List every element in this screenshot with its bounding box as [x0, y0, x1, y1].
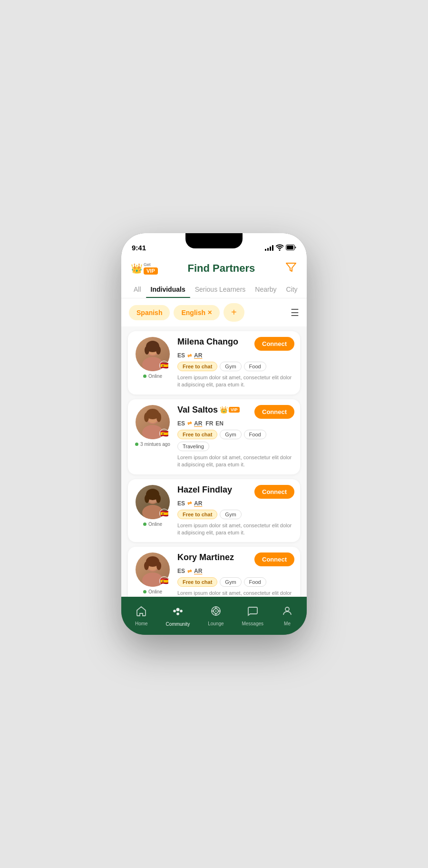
tag-gym-hazel: Gym — [220, 510, 241, 519]
signal-bar-1 — [265, 249, 266, 251]
header: 👑 Get VIP Find Partners — [121, 257, 307, 281]
chip-english[interactable]: English ✕ — [174, 305, 220, 320]
connect-button-kory[interactable]: Connect — [254, 552, 294, 566]
lang-to-milena: AR — [194, 352, 202, 359]
card-desc-milena: Lorem ipsum dolor sit amet, consectetur … — [177, 374, 294, 389]
chip-english-label: English — [181, 309, 205, 316]
tab-nearby[interactable]: Nearby — [250, 281, 281, 298]
status-text-kory: Online — [148, 589, 162, 594]
tab-individuals[interactable]: Individuals — [146, 281, 190, 298]
status-hazel: Online — [143, 522, 162, 527]
flag-hazel: 🇪🇸 — [159, 509, 169, 518]
svg-point-25 — [156, 562, 161, 570]
svg-point-43 — [285, 607, 289, 611]
notch — [185, 233, 243, 248]
tag-gym-milena: Gym — [220, 362, 241, 371]
nav-community-label: Community — [166, 621, 190, 627]
me-icon — [282, 605, 293, 620]
signal-bar-2 — [267, 248, 269, 251]
status-bar: 9:41 — [121, 233, 307, 257]
lang-arrows-kory: ⇌ — [187, 568, 192, 574]
tag-food-milena: Food — [244, 362, 266, 371]
vip-badge[interactable]: 👑 Get VIP — [131, 263, 158, 275]
home-icon — [136, 605, 147, 620]
connect-button-milena[interactable]: Connect — [254, 337, 294, 351]
tab-bar: All Individuals Serious Learners Nearby … — [121, 281, 307, 298]
filter-row: Spanish English ✕ + ☰ — [121, 298, 307, 326]
nav-messages-label: Messages — [242, 621, 263, 626]
tags-kory: Free to chat Gym Food — [177, 577, 294, 587]
lounge-icon — [210, 605, 222, 620]
status-time: 9:41 — [132, 244, 146, 252]
card-name-kory: Kory Martinez — [177, 552, 234, 562]
status-milena: Online — [143, 374, 162, 379]
tag-free-kory: Free to chat — [177, 577, 217, 587]
lang-row-val: ES ⇌ AR FR EN — [177, 420, 294, 427]
lang-from-kory: ES — [177, 568, 185, 574]
messages-icon — [247, 605, 258, 620]
lang-from-val: ES — [177, 420, 185, 427]
card-body-hazel: Hazel Findlay Connect ES ⇌ AR Free to ch… — [177, 485, 294, 537]
list-view-icon[interactable]: ☰ — [291, 307, 299, 318]
chip-spanish[interactable]: Spanish — [129, 305, 170, 320]
chip-add-button[interactable]: + — [224, 303, 244, 322]
connect-button-val[interactable]: Connect — [254, 405, 294, 419]
lang-row-hazel: ES ⇌ AR — [177, 500, 294, 507]
online-dot-hazel — [143, 523, 146, 526]
online-dot-kory — [143, 590, 146, 593]
svg-point-32 — [176, 608, 179, 612]
lang-from-milena: ES — [177, 352, 185, 359]
avatar-hazel: 🇪🇸 — [136, 485, 170, 519]
card-top-val: Val Saltos 👑 VIP Connect — [177, 405, 294, 419]
nav-community[interactable]: Community — [161, 602, 195, 629]
tag-free-milena: Free to chat — [177, 362, 217, 371]
tags-hazel: Free to chat Gym — [177, 510, 294, 519]
flag-kory: 🇪🇸 — [159, 576, 169, 586]
tag-food-kory: Food — [244, 577, 266, 587]
battery-icon — [286, 245, 296, 250]
card-top-milena: Milena Chango Connect — [177, 337, 294, 351]
tag-free-val: Free to chat — [177, 430, 217, 439]
svg-point-7 — [156, 346, 161, 355]
online-dot-milena — [143, 375, 146, 378]
card-desc-val: Lorem ipsum dolor sit amet, consectetur … — [177, 454, 294, 469]
tag-food-val: Food — [244, 430, 266, 439]
avatar-val: 🇪🇸 — [136, 405, 170, 439]
svg-point-19 — [156, 494, 161, 503]
avatar-col-milena: 🇪🇸 Online — [134, 337, 172, 389]
lang-arrows-hazel: ⇌ — [187, 500, 192, 506]
flag-milena: 🇪🇸 — [159, 361, 169, 370]
tab-serious[interactable]: Serious Learners — [190, 281, 251, 298]
wifi-icon — [276, 244, 283, 251]
chip-english-remove[interactable]: ✕ — [207, 309, 212, 316]
signal-bars-icon — [265, 244, 273, 251]
filter-icon[interactable] — [285, 261, 297, 276]
connect-button-hazel[interactable]: Connect — [254, 485, 294, 499]
nav-home-label: Home — [135, 621, 148, 626]
cards-list: 🇪🇸 Online Milena Chango Connect ES ⇌ — [121, 326, 307, 597]
svg-point-33 — [173, 610, 176, 612]
card-name-val: Val Saltos 👑 VIP — [177, 405, 240, 415]
lang-row-kory: ES ⇌ AR — [177, 568, 294, 574]
card-milena: 🇪🇸 Online Milena Chango Connect ES ⇌ — [128, 331, 300, 395]
vip-crown-icon: 👑 — [131, 263, 143, 274]
lang-row-milena: ES ⇌ AR — [177, 352, 294, 359]
card-name-hazel: Hazel Findlay — [177, 485, 232, 495]
status-kory: Online — [143, 589, 162, 594]
nav-home[interactable]: Home — [130, 603, 153, 629]
status-val: 3 mintues ago — [135, 442, 170, 447]
tags-milena: Free to chat Gym Food — [177, 362, 294, 371]
lang-extra-fr: FR — [205, 420, 213, 427]
nav-me-label: Me — [284, 621, 291, 626]
nav-messages[interactable]: Messages — [237, 603, 268, 629]
card-body-val: Val Saltos 👑 VIP Connect ES ⇌ AR FR — [177, 405, 294, 469]
card-body-kory: Kory Martinez Connect ES ⇌ AR Free to ch… — [177, 552, 294, 597]
page-title: Find Partners — [187, 262, 255, 275]
nav-lounge-label: Lounge — [208, 621, 224, 626]
avatar-col-kory: 🇪🇸 Online — [134, 552, 172, 597]
tab-city[interactable]: City — [281, 281, 302, 298]
nav-lounge[interactable]: Lounge — [203, 603, 228, 629]
tab-all[interactable]: All — [129, 281, 146, 298]
nav-me[interactable]: Me — [277, 603, 298, 629]
lang-from-hazel: ES — [177, 500, 185, 507]
